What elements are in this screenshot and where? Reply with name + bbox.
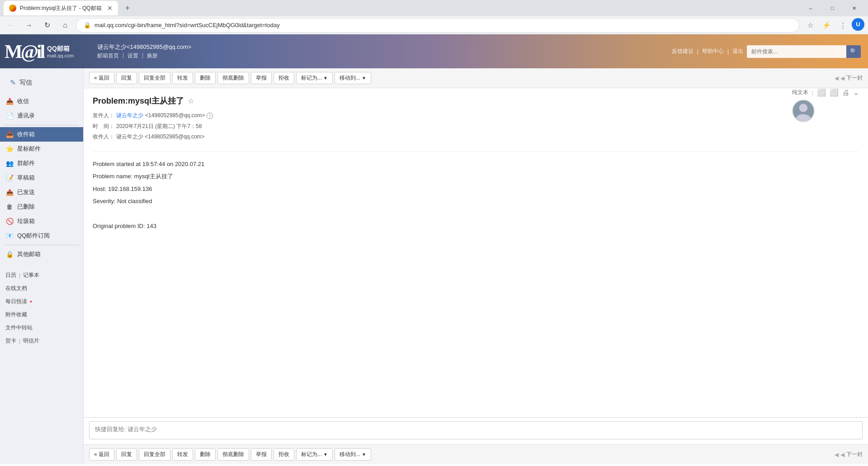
sidebar-divider-2 <box>5 245 79 245</box>
browser-titlebar: Problem:mysql主从挂了 - QQ邮箱 ✕ + – □ ✕ <box>0 0 868 16</box>
help-link[interactable]: 帮助中心 <box>702 48 724 55</box>
move-to-button[interactable]: 移动到... ▼ <box>335 72 371 84</box>
qq-sub-icon: 📧 <box>5 232 14 239</box>
to-value: 谜云年之少 <1498052985@qq.com> <box>116 132 205 142</box>
header-nav: 邮箱首页 | 设置 | 换肤 <box>97 52 191 60</box>
mark-as-button[interactable]: 标记为... ▼ <box>296 72 333 84</box>
refresh-button[interactable]: ↻ <box>40 18 54 33</box>
bottom-delete-button[interactable]: 删除 <box>195 448 216 461</box>
sidebar-item-sent[interactable]: 📤 已发送 <box>0 185 83 200</box>
extensions-button[interactable]: ⚡ <box>819 18 834 33</box>
sidebar-compose-area: ✎ 写信 <box>0 71 83 94</box>
online-doc-label: 在线文档 <box>5 285 27 292</box>
bottom-forward-button[interactable]: 转发 <box>172 448 193 461</box>
forward-button[interactable]: 转发 <box>172 72 193 84</box>
maximize-button[interactable]: □ <box>822 1 843 15</box>
from-name-link[interactable]: 谜云年之少 <box>116 111 143 121</box>
forward-button[interactable]: → <box>22 18 36 33</box>
back-button[interactable]: ← <box>4 18 18 33</box>
sidebar-item-other-mail[interactable]: 🔒 其他邮箱 <box>0 247 83 262</box>
sidebar-item-group[interactable]: 👥 群邮件 <box>0 156 83 171</box>
quick-reply-input[interactable] <box>89 421 863 439</box>
bottom-reply-all-button[interactable]: 回复全部 <box>139 448 170 461</box>
sidebar-item-inbox[interactable]: 📥 收件箱 <box>0 127 83 142</box>
trash-icon: 🚫 <box>5 218 14 225</box>
reject-button[interactable]: 拒收 <box>274 72 294 84</box>
sidebar-item-card[interactable]: 贺卡 | 明信片 <box>0 334 83 347</box>
compose-button[interactable]: ✎ 写信 <box>5 75 79 90</box>
sidebar-item-contacts[interactable]: 📄 通讯录 <box>0 109 83 123</box>
card-label: 贺卡 <box>5 337 16 345</box>
bottom-move-to-button[interactable]: 移动到... ▼ <box>335 448 371 461</box>
sidebar-item-starred[interactable]: ⭐ 星标邮件 <box>0 142 83 156</box>
bottom-perm-delete-button[interactable]: 彻底删除 <box>217 448 249 461</box>
delete-button[interactable]: 删除 <box>195 72 216 84</box>
logout-link[interactable]: 退出 <box>732 48 743 55</box>
menu-button[interactable]: ⋮ <box>835 18 850 33</box>
quick-reply-area <box>84 417 868 444</box>
new-tab-button[interactable]: + <box>122 2 134 15</box>
print-icon[interactable]: 🖨 <box>842 89 849 97</box>
sidebar-item-attachment[interactable]: 附件收藏 <box>0 308 83 321</box>
reply-button[interactable]: 回复 <box>116 72 137 84</box>
sidebar-item-inbox-receive[interactable]: 📥 收信 <box>0 94 83 109</box>
close-button[interactable]: ✕ <box>844 1 864 15</box>
bottom-next-label[interactable]: 下一封 <box>846 451 863 458</box>
reply-all-button[interactable]: 回复全部 <box>139 72 170 84</box>
sidebar-item-online-doc[interactable]: 在线文档 <box>0 282 83 295</box>
draft-label: 草稿箱 <box>17 174 35 182</box>
bookmark-button[interactable]: ☆ <box>803 18 817 33</box>
sidebar-item-deleted[interactable]: 🗑 已删除 <box>0 200 83 214</box>
profile-button[interactable]: U <box>852 18 864 31</box>
perm-delete-button[interactable]: 彻底删除 <box>217 72 249 84</box>
lock-icon: 🔒 <box>84 22 91 29</box>
expand-icon[interactable]: ⌄ <box>853 88 859 97</box>
browser-toolbar-actions: ☆ ⚡ ⋮ U <box>803 18 864 33</box>
search-button[interactable]: 🔍 <box>846 45 861 58</box>
sidebar-item-draft[interactable]: 📝 草稿箱 <box>0 171 83 185</box>
next-label[interactable]: 下一封 <box>846 74 863 82</box>
view-icon-1[interactable]: ⬜ <box>817 88 826 97</box>
sent-icon: 📤 <box>5 189 14 196</box>
minimize-button[interactable]: – <box>800 1 821 15</box>
sidebar-item-daily-read[interactable]: 每日悦读 ● <box>0 295 83 308</box>
bottom-mark-as-button[interactable]: 标记为... ▼ <box>296 448 333 461</box>
time-value: 2020年7月21日 (星期二) 下午7：58 <box>116 122 202 132</box>
address-bar[interactable]: 🔒 mail.qq.com/cgi-bin/frame_html?sid=wrt… <box>76 18 799 33</box>
star-button[interactable]: ☆ <box>188 97 194 105</box>
bottom-reject-button[interactable]: 拒收 <box>274 448 294 461</box>
contacts-label: 通讯录 <box>17 112 35 120</box>
report-button[interactable]: 举报 <box>251 72 272 84</box>
deleted-icon: 🗑 <box>5 203 14 210</box>
bottom-move-to-arrow: ▼ <box>362 452 366 457</box>
home-button[interactable]: ⌂ <box>58 18 72 33</box>
sidebar-divider-1 <box>5 125 79 125</box>
bottom-back-button[interactable]: « 返回 <box>89 448 114 461</box>
tab-close-button[interactable]: ✕ <box>107 5 113 12</box>
nav-inbox-link[interactable]: 邮箱首页 <box>97 52 119 60</box>
sidebar-item-calendar[interactable]: 日历 | 记事本 <box>0 269 83 282</box>
bottom-report-button[interactable]: 举报 <box>251 448 272 461</box>
sender-info-icon[interactable]: i <box>207 113 213 119</box>
inbox-receive-label: 收信 <box>17 97 29 105</box>
nav-settings-link[interactable]: 设置 <box>127 52 138 60</box>
from-label: 发件人： <box>93 111 114 121</box>
view-icon-2[interactable]: ⬜ <box>830 88 839 97</box>
email-meta: 发件人： 谜云年之少 <1498052985@qq.com> i 时 间： 20… <box>93 111 859 142</box>
avatar-image <box>793 100 814 122</box>
sidebar-item-qq-sub[interactable]: 📧 QQ邮件订阅 <box>0 228 83 243</box>
sidebar-item-trash[interactable]: 🚫 垃圾箱 <box>0 214 83 228</box>
view-plain-label[interactable]: 纯文本 <box>792 89 808 96</box>
tab-title: Problem:mysql主从挂了 - QQ邮箱 <box>20 5 102 12</box>
browser-tab[interactable]: Problem:mysql主从挂了 - QQ邮箱 ✕ <box>4 1 118 15</box>
separator-icon: | <box>19 272 20 279</box>
nav-switch-link[interactable]: 换肤 <box>147 52 158 60</box>
feedback-link[interactable]: 反馈建议 <box>672 48 693 55</box>
calendar-label: 日历 <box>5 271 16 279</box>
unread-dot: ● <box>30 300 32 304</box>
sidebar-item-file-transfer[interactable]: 文件中转站 <box>0 321 83 334</box>
search-input[interactable] <box>747 45 846 58</box>
svg-point-1 <box>799 104 807 112</box>
bottom-reply-button[interactable]: 回复 <box>116 448 137 461</box>
back-button[interactable]: « 返回 <box>89 72 114 84</box>
